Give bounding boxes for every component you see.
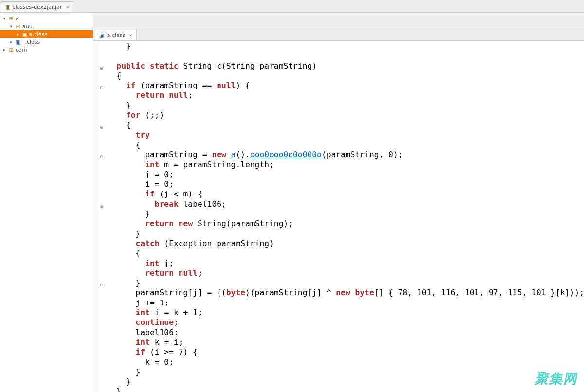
fold-spacer xyxy=(99,369,104,379)
fold-spacer xyxy=(99,142,104,152)
tree-item-aclass[interactable]: ▸▣a.class xyxy=(0,30,93,38)
close-icon[interactable]: ⨯ xyxy=(66,4,69,10)
fold-toggle-icon[interactable]: ⊖ xyxy=(99,63,104,73)
code-line: j += 1; xyxy=(107,298,584,308)
chevron-down-icon[interactable]: ▾ xyxy=(9,24,14,29)
fold-toggle-icon[interactable]: ⊖ xyxy=(99,389,104,392)
fold-spacer xyxy=(99,132,104,142)
code-line: } xyxy=(107,41,584,51)
fold-spacer xyxy=(99,162,104,172)
package-icon: ⊞ xyxy=(8,47,14,53)
code-line: public static String c(String paramStrin… xyxy=(107,61,584,71)
class-icon: ▣ xyxy=(15,39,21,45)
project-tab-label: classes-dex2jar.jar xyxy=(12,4,62,10)
fold-toggle-icon[interactable]: ⊖ xyxy=(99,152,104,161)
tree-item-label: auu xyxy=(22,23,33,30)
tree-item-auu[interactable]: ▾⊞auu xyxy=(0,22,93,30)
fold-gutter: ⊖⊖⊖⊖⊖⊖⊖ xyxy=(99,41,104,392)
fold-spacer xyxy=(99,221,104,231)
package-icon: ⊞ xyxy=(15,23,21,30)
code-line: paramString[j] = ((byte)(paramString[j] … xyxy=(107,288,584,298)
chevron-right-icon[interactable]: ▸ xyxy=(16,32,20,36)
code-line: for (;;) xyxy=(107,110,584,120)
project-tab[interactable]: ▣ classes-dex2jar.jar ⨯ xyxy=(1,1,73,12)
code-line xyxy=(107,51,584,61)
close-icon[interactable]: ⨯ xyxy=(129,32,132,38)
code-line: int j; xyxy=(107,259,584,268)
fold-toggle-icon[interactable]: ⊖ xyxy=(99,83,104,92)
code-line: } xyxy=(107,101,584,110)
fold-spacer xyxy=(99,92,104,102)
code-line: j = 0; xyxy=(107,170,584,179)
code-line: try xyxy=(107,130,584,140)
code-line: return null; xyxy=(107,268,584,278)
source-code[interactable]: } public static String c(String paramStr… xyxy=(104,41,584,392)
code-line: { xyxy=(107,120,584,130)
fold-spacer xyxy=(99,172,104,181)
fold-spacer xyxy=(99,300,104,310)
code-line: continue; xyxy=(107,318,584,327)
code-line: break label106; xyxy=(107,199,584,209)
code-line: } xyxy=(107,278,584,288)
fold-spacer xyxy=(99,250,104,260)
fold-toggle-icon[interactable]: ⊖ xyxy=(99,280,104,290)
fold-toggle-icon[interactable]: ⊖ xyxy=(99,201,104,211)
chevron-down-icon[interactable]: ▾ xyxy=(2,16,7,21)
tree-item-label: _.class xyxy=(22,39,40,45)
code-line: return null; xyxy=(107,90,584,100)
class-file-icon: ▣ xyxy=(99,32,105,38)
code-line: label106: xyxy=(107,328,584,338)
code-line: int m = paramString.length; xyxy=(107,160,584,170)
fold-spacer xyxy=(99,231,104,241)
fold-spacer xyxy=(99,43,104,53)
tree-item-a[interactable]: ▾⊞a xyxy=(0,15,93,22)
fold-spacer xyxy=(99,103,104,112)
code-line: } xyxy=(107,387,584,392)
code-line: { xyxy=(107,140,584,150)
code-line: { xyxy=(107,249,584,258)
fold-spacer xyxy=(99,290,104,300)
code-line: } xyxy=(107,377,584,387)
fold-spacer xyxy=(99,330,104,339)
fold-spacer xyxy=(99,339,104,349)
fold-toggle-icon[interactable]: ⊖ xyxy=(99,122,104,132)
fold-spacer xyxy=(99,53,104,63)
chevron-right-icon[interactable]: ▸ xyxy=(9,39,14,44)
fold-spacer xyxy=(99,270,104,280)
fold-spacer xyxy=(99,359,104,369)
code-line: paramString = new a().ooo0ooo0o0o000o(pa… xyxy=(107,150,584,160)
fold-spacer xyxy=(99,261,104,270)
package-explorer[interactable]: ▾⊞a▾⊞auu▸▣a.class▸▣_.class▸⊞com xyxy=(0,13,93,392)
code-line: } xyxy=(107,367,584,377)
code-line: int i = k + 1; xyxy=(107,308,584,318)
code-container: ⊖⊖⊖⊖⊖⊖⊖ } public static String c(String … xyxy=(93,41,584,392)
fold-spacer xyxy=(99,112,104,122)
chevron-right-icon[interactable]: ▸ xyxy=(2,47,7,52)
code-line: catch (Exception paramString) xyxy=(107,239,584,249)
tree-item-label: com xyxy=(16,47,27,53)
code-line: int k = i; xyxy=(107,338,584,347)
editor-tab[interactable]: ▣ a.class ⨯ xyxy=(95,30,137,40)
code-line: if (paramString == null) { xyxy=(107,81,584,90)
class-icon: ▣ xyxy=(22,31,28,37)
tree-item-label: a xyxy=(16,16,19,22)
watermark: 聚集网 xyxy=(535,370,577,388)
tree-item-_class[interactable]: ▸▣_.class xyxy=(0,38,93,46)
code-line: k = 0; xyxy=(107,357,584,367)
jar-icon: ▣ xyxy=(5,4,10,10)
gutter xyxy=(93,41,99,392)
code-line: { xyxy=(107,71,584,81)
code-line: if (i >= 7) { xyxy=(107,347,584,357)
fold-spacer xyxy=(99,191,104,201)
package-icon: ⊞ xyxy=(8,16,14,22)
main-pane: ▾⊞a▾⊞auu▸▣a.class▸▣_.class▸⊞com ▣ a.clas… xyxy=(0,13,584,392)
tree-item-com[interactable]: ▸⊞com xyxy=(0,46,93,53)
editor-area: ▣ a.class ⨯ ⊖⊖⊖⊖⊖⊖⊖ } public static Stri… xyxy=(93,13,584,392)
editor-tab-label: a.class xyxy=(107,32,126,38)
fold-spacer xyxy=(99,310,104,320)
code-line: i = 0; xyxy=(107,179,584,189)
project-tab-bar: ▣ classes-dex2jar.jar ⨯ xyxy=(0,0,584,13)
code-line: return new String(paramString); xyxy=(107,219,584,229)
fold-spacer xyxy=(99,73,104,83)
fold-spacer xyxy=(99,241,104,250)
